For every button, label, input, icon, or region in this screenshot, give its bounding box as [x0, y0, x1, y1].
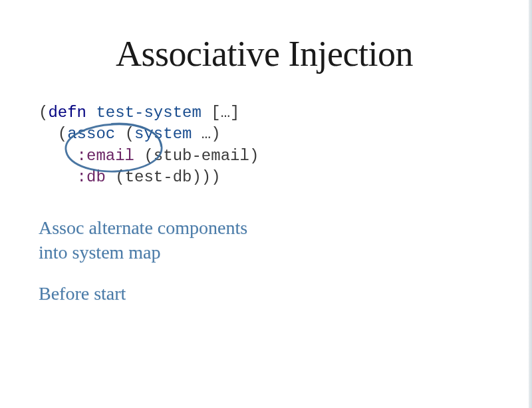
keyword-db: :db — [77, 168, 106, 186]
annotation-1-line-1: Assoc alternate components — [39, 215, 495, 241]
code-block: (defn test-system […] (assoc (system …) … — [39, 102, 495, 189]
indent — [39, 168, 77, 186]
annotation-1: Assoc alternate components into system m… — [39, 215, 495, 266]
fn-assoc: assoc — [67, 125, 124, 143]
paren: ( — [125, 125, 134, 143]
code-line-2: (assoc (system …) — [39, 124, 495, 145]
code-line-1: (defn test-system […] — [39, 102, 495, 124]
keyword-email: :email — [77, 147, 134, 165]
indent — [39, 125, 58, 143]
space — [86, 104, 96, 122]
fn-test-db: test-db — [125, 168, 192, 186]
paren: ( — [58, 125, 67, 143]
right-edge-decoration — [529, 0, 532, 408]
paren: ( — [144, 147, 153, 165]
slide: Associative Injection (defn test-system … — [0, 0, 529, 408]
slide-title: Associative Injection — [33, 33, 495, 74]
args: […] — [201, 104, 240, 122]
indent — [39, 147, 77, 165]
paren: ( — [39, 104, 48, 122]
paren: ) — [249, 147, 259, 165]
keyword-defn: defn — [48, 104, 86, 122]
annotation-1-line-2: into system map — [39, 240, 495, 265]
code-line-3: :email (stub-email) — [39, 146, 495, 167]
code-line-4: :db (test-db))) — [39, 167, 495, 188]
space — [106, 168, 115, 186]
annotation-2: Before start — [39, 281, 495, 306]
fn-system: system — [134, 125, 192, 143]
paren: ))) — [192, 168, 220, 186]
fn-name: test-system — [96, 104, 201, 122]
paren: ( — [115, 168, 124, 186]
rest: …) — [192, 125, 220, 143]
space — [134, 147, 144, 165]
fn-stub-email: stub-email — [154, 147, 249, 165]
